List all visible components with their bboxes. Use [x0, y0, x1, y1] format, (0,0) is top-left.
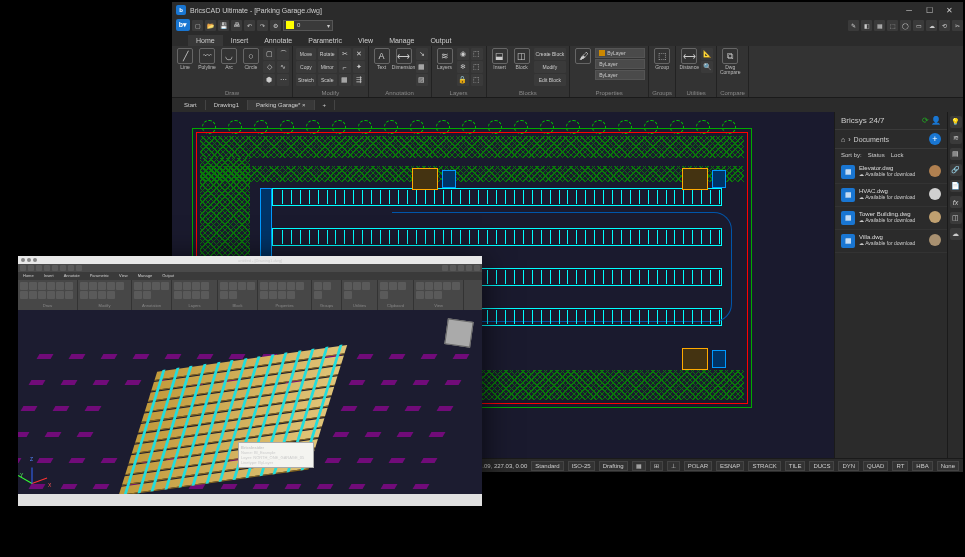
cloud-panel-icon[interactable]: ☁	[950, 228, 962, 240]
breadcrumb-documents[interactable]: Documents	[854, 136, 889, 143]
sort-lock[interactable]: Lock	[891, 152, 904, 158]
group-button[interactable]: ⬚Group	[652, 48, 672, 70]
sheets-icon[interactable]: 📄	[950, 180, 962, 192]
strack-toggle[interactable]: STRACK	[748, 461, 780, 471]
leader-button[interactable]: ↘	[416, 48, 428, 60]
qat-tool-icon[interactable]: ▦	[874, 20, 885, 31]
distance-button[interactable]: ⟷Distance	[679, 48, 699, 70]
mirror-button[interactable]: Mirror	[318, 61, 337, 73]
rt-toggle[interactable]: RT	[892, 461, 908, 471]
block-button[interactable]: ◫Block	[512, 48, 532, 70]
qat-icon[interactable]	[466, 265, 472, 271]
qat-icon[interactable]	[442, 265, 448, 271]
draw-tool-button[interactable]: ⌒	[277, 48, 289, 60]
user-avatar-icon[interactable]: 👤	[931, 116, 941, 125]
tab-close-icon[interactable]: ×	[302, 102, 306, 108]
layer-tool-button[interactable]: ⬚	[471, 48, 483, 60]
ribbon-tab[interactable]: Manage	[133, 272, 157, 280]
app-menu-button[interactable]: b▾	[176, 19, 190, 31]
ribbon-tab-output[interactable]: Output	[422, 35, 459, 46]
create-block-button[interactable]: Create Block	[534, 48, 567, 60]
ribbon-tab-home[interactable]: Home	[188, 35, 223, 46]
scale-button[interactable]: Scale	[318, 74, 337, 86]
draw-tool-button[interactable]: ∿	[277, 61, 289, 73]
layer-tool-button[interactable]: ❄	[457, 61, 469, 73]
table-button[interactable]: ▦	[416, 61, 428, 73]
explode-button[interactable]: ✦	[353, 61, 365, 73]
qat-icon[interactable]	[474, 265, 480, 271]
qat-icon[interactable]	[68, 265, 74, 271]
undo-icon[interactable]: ↶	[244, 20, 255, 31]
sort-status[interactable]: Status	[868, 152, 885, 158]
attach-icon[interactable]: 🔗	[950, 164, 962, 176]
draw-tool-button[interactable]: ⬢	[263, 74, 275, 86]
ribbon-tab[interactable]: Insert	[39, 272, 59, 280]
qat-tool-icon[interactable]: ▭	[913, 20, 924, 31]
status-icon[interactable]: ⊥	[667, 461, 680, 471]
move-button[interactable]: Move	[296, 48, 316, 60]
save-icon[interactable]: 💾	[218, 20, 229, 31]
hba-toggle[interactable]: HBA	[912, 461, 932, 471]
ribbon-tab-insert[interactable]: Insert	[223, 35, 257, 46]
util-button[interactable]: 📐	[701, 48, 713, 60]
tile-toggle[interactable]: TILE	[785, 461, 806, 471]
layer-tool-button[interactable]: ⬚	[471, 61, 483, 73]
qat-icon[interactable]	[76, 265, 82, 271]
qat-tool-icon[interactable]: ✂	[952, 20, 963, 31]
doc-tab-parking-garage[interactable]: Parking Garage* ×	[248, 100, 315, 110]
ribbon-tab-annotate[interactable]: Annotate	[256, 35, 300, 46]
qat-icon[interactable]	[458, 265, 464, 271]
rotate-button[interactable]: Rotate	[318, 48, 337, 60]
list-item[interactable]: ▦ HVAC.dwg☁ Available for download	[835, 184, 947, 207]
minimize-button[interactable]: ─	[899, 4, 919, 16]
qat-icon[interactable]	[52, 265, 58, 271]
new-tab-button[interactable]: +	[315, 100, 336, 110]
layer-tool-button[interactable]: ⬚	[471, 74, 483, 86]
layer-tool-button[interactable]: 🔒	[457, 74, 469, 86]
stretch-button[interactable]: Stretch	[296, 74, 316, 86]
line-button[interactable]: ╱Line	[175, 48, 195, 70]
circle-button[interactable]: ○Circle	[241, 48, 261, 70]
layer-dropdown[interactable]: 0▾	[283, 20, 333, 31]
workspace-toggle[interactable]: Drafting	[599, 461, 628, 471]
polar-toggle[interactable]: POLAR	[684, 461, 712, 471]
quad-toggle[interactable]: QUAD	[863, 461, 888, 471]
edit-block-button[interactable]: Edit Block	[534, 74, 567, 86]
compare-button[interactable]: ⧉Dwg Compare	[720, 48, 740, 75]
fillet-button[interactable]: ⌐	[339, 61, 351, 73]
doc-tab-start[interactable]: Start	[176, 100, 206, 110]
add-button[interactable]: +	[929, 133, 941, 145]
sync-icon[interactable]: ⟳	[922, 116, 929, 125]
doc-tab-drawing1[interactable]: Drawing1	[206, 100, 248, 110]
units-toggle[interactable]: ISO-25	[568, 461, 595, 471]
list-item[interactable]: ▦ Elevator.dwg☁ Available for download	[835, 161, 947, 184]
draw-tool-button[interactable]: ◇	[263, 61, 275, 73]
qat-tool-icon[interactable]: ✎	[848, 20, 859, 31]
fx-icon[interactable]: fx	[950, 196, 962, 208]
erase-button[interactable]: ✕	[353, 48, 365, 60]
new-icon[interactable]: ▢	[192, 20, 203, 31]
lineweight-combo[interactable]: ByLayer	[595, 70, 645, 80]
copy-button[interactable]: Copy	[296, 61, 316, 73]
ribbon-tab-parametric[interactable]: Parametric	[300, 35, 350, 46]
qat-tool-icon[interactable]: ☁	[926, 20, 937, 31]
modify-block-button[interactable]: Modify	[534, 61, 567, 73]
status-icon[interactable]: ⊞	[650, 461, 663, 471]
workspace-icon[interactable]: ⚙	[270, 20, 281, 31]
polyline-button[interactable]: 〰Polyline	[197, 48, 217, 70]
view-cube[interactable]	[444, 318, 473, 347]
layer-tool-button[interactable]: ◉	[457, 48, 469, 60]
match-props-button[interactable]: 🖌	[573, 48, 593, 64]
layers-button[interactable]: ≋Layers	[435, 48, 455, 70]
structure-panel-icon[interactable]: ▤	[950, 148, 962, 160]
trim-button[interactable]: ✂	[339, 48, 351, 60]
qat-icon[interactable]	[60, 265, 66, 271]
draw-tool-button[interactable]: ▢	[263, 48, 275, 60]
qat-icon[interactable]	[36, 265, 42, 271]
util-button[interactable]: 🔍	[701, 61, 713, 73]
ribbon-tab[interactable]: Output	[157, 272, 179, 280]
qat-tool-icon[interactable]: ◯	[900, 20, 911, 31]
draw-tool-button[interactable]: ⋯	[277, 74, 289, 86]
maximize-button[interactable]: ☐	[919, 4, 939, 16]
qat-icon[interactable]	[20, 265, 26, 271]
